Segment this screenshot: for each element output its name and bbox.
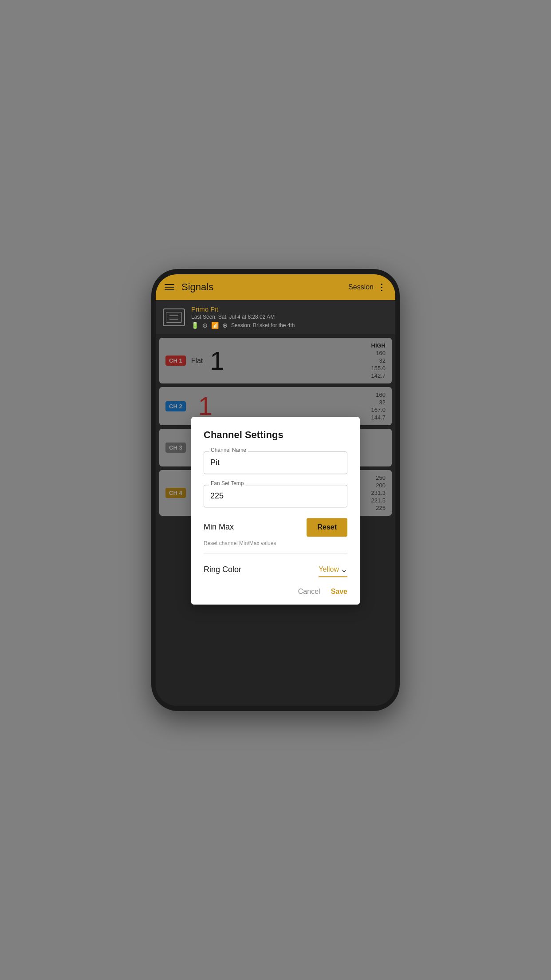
- dialog-title: Channel Settings: [204, 429, 347, 441]
- channel-settings-dialog: Channel Settings Channel Name Fan Set Te…: [191, 417, 360, 605]
- ring-color-label: Ring Color: [204, 565, 241, 574]
- device-icon-inner: [166, 312, 182, 323]
- cancel-button[interactable]: Cancel: [298, 588, 320, 596]
- device-icon-lines: [169, 315, 178, 320]
- header-left: Signals: [165, 281, 213, 293]
- session-label: Session: [348, 283, 374, 291]
- fan-set-temp-label: Fan Set Temp: [209, 480, 245, 486]
- reset-description: Reset channel Min/Max values: [204, 540, 347, 554]
- device-status-row: 🔋 ⊛ 📶 ⊕ Session: Brisket for the 4th: [191, 322, 388, 329]
- save-button[interactable]: Save: [331, 588, 347, 596]
- ring-color-row: Ring Color Yellow ⌄: [204, 563, 347, 577]
- fan-set-temp-input[interactable]: [204, 485, 347, 507]
- device-name: Primo Pit: [191, 305, 388, 313]
- channels-area: CH 1 Flat 1 HIGH 160 32 155.0 142.7 CH 2…: [156, 334, 395, 706]
- device-info: Primo Pit Last Seen: Sat, Jul 4 at 8:28:…: [191, 305, 388, 329]
- chevron-down-icon: ⌄: [341, 565, 347, 574]
- reset-button[interactable]: Reset: [307, 518, 347, 537]
- cloud-icon: ⊕: [222, 322, 228, 329]
- min-max-label: Min Max: [204, 522, 234, 532]
- phone-frame: Signals Session ⋮ Primo Pit Last Seen: S…: [151, 269, 400, 711]
- channel-name-group: Channel Name: [204, 451, 347, 474]
- channel-name-label: Channel Name: [209, 447, 248, 453]
- device-lastseen: Last Seen: Sat, Jul 4 at 8:28:02 AM: [191, 314, 388, 320]
- app-title: Signals: [181, 281, 213, 293]
- battery-icon: 🔋: [191, 322, 199, 329]
- device-bar: Primo Pit Last Seen: Sat, Jul 4 at 8:28:…: [156, 300, 395, 334]
- wifi-icon: 📶: [211, 322, 219, 329]
- fan-set-temp-group: Fan Set Temp: [204, 485, 347, 507]
- device-icon: [163, 308, 185, 326]
- session-info: Session: Brisket for the 4th: [231, 322, 295, 328]
- dialog-actions: Cancel Save: [204, 588, 347, 596]
- min-max-row: Min Max Reset: [204, 518, 347, 537]
- more-icon[interactable]: ⋮: [377, 282, 386, 292]
- header-right: Session ⋮: [348, 282, 386, 292]
- bluetooth-icon: ⊛: [202, 322, 208, 329]
- ring-color-select[interactable]: Yellow ⌄: [319, 563, 347, 577]
- hamburger-icon[interactable]: [165, 284, 174, 290]
- phone-inner: Signals Session ⋮ Primo Pit Last Seen: S…: [156, 274, 395, 706]
- ring-color-value: Yellow: [319, 565, 339, 573]
- channel-name-input[interactable]: [204, 451, 347, 474]
- app-header: Signals Session ⋮: [156, 274, 395, 300]
